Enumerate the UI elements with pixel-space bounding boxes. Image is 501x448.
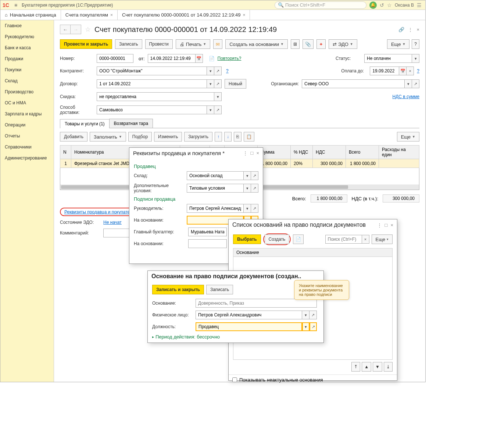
delivery-select[interactable]	[97, 105, 207, 114]
subtab-goods[interactable]: Товары и услуги (1)	[60, 119, 110, 128]
open-icon[interactable]: ↗	[214, 79, 222, 88]
save-close-button[interactable]: Записать и закрыть	[152, 285, 204, 294]
clear-icon[interactable]: ×	[407, 67, 414, 75]
robot-button[interactable]: ✦	[316, 39, 326, 49]
select-button[interactable]: Подбор	[128, 132, 152, 141]
new-contract-button[interactable]: Новый	[225, 79, 246, 89]
goto-end-button[interactable]: ⤓	[384, 362, 393, 372]
dropdown-icon[interactable]: ▾	[244, 204, 251, 213]
tab-invoice-detail[interactable]: Счет покупателю 0000-000001 от 14.09.202…	[118, 10, 250, 20]
dropdown-icon[interactable]: ▾	[207, 105, 214, 114]
list-column-header[interactable]: Основание	[233, 248, 393, 257]
maximize-icon[interactable]: □	[251, 150, 254, 156]
requisites-link[interactable]: Реквизиты продавца и покупателя	[64, 209, 135, 215]
calendar-icon[interactable]: 📅	[196, 54, 203, 63]
dropdown-icon[interactable]: ▾	[302, 311, 309, 319]
paste-button[interactable]: 📋	[244, 132, 254, 141]
col-vat[interactable]: НДС	[313, 146, 346, 159]
subtab-returnable[interactable]: Возвратная тара	[109, 119, 153, 128]
history-icon[interactable]: ↺	[380, 2, 384, 8]
sidebar-item-purchases[interactable]: Покупки	[0, 64, 54, 75]
date-input[interactable]	[148, 54, 196, 63]
sidebar-item-operations[interactable]: Операции	[0, 119, 54, 130]
open-icon[interactable]: ↗	[309, 311, 317, 319]
show-inactive-checkbox[interactable]	[232, 377, 237, 382]
list-search-input[interactable]	[325, 235, 362, 244]
post-button[interactable]: Провести	[145, 39, 173, 49]
open-icon[interactable]: ↗	[251, 171, 258, 180]
goto-start-button[interactable]: ⤒	[351, 362, 360, 372]
sidebar-item-reports[interactable]: Отчеты	[0, 130, 54, 141]
hamburger-icon[interactable]: ≡	[11, 2, 20, 8]
more-icon[interactable]: ⋮	[377, 222, 382, 228]
status-select[interactable]	[364, 54, 412, 63]
scroll-up-button[interactable]: ▲	[362, 362, 371, 372]
dropdown-icon[interactable]: ▾	[412, 54, 419, 63]
more-button[interactable]: Еще ▼	[387, 39, 409, 49]
repeat-icon[interactable]: 📄	[209, 56, 215, 61]
extra-input[interactable]	[187, 184, 244, 193]
star-icon[interactable]: ☆	[387, 2, 392, 8]
open-icon[interactable]: ↗	[309, 322, 317, 331]
sidebar-item-salary[interactable]: Зарплата и кадры	[0, 108, 54, 119]
nav-forward-button[interactable]: →	[71, 25, 81, 34]
more-icon[interactable]: ⋮	[243, 150, 248, 156]
close-icon[interactable]: ×	[416, 27, 419, 32]
attach-button[interactable]: 📎	[303, 39, 314, 49]
sidebar-item-warehouse[interactable]: Склад	[0, 75, 54, 86]
number-input[interactable]	[97, 54, 133, 63]
col-n[interactable]: N	[60, 146, 71, 159]
dropdown-icon[interactable]: ▾	[207, 79, 214, 88]
discount-select[interactable]	[97, 92, 214, 101]
load-button[interactable]: Загрузить	[184, 132, 212, 141]
list-more-button[interactable]: Еще ▾	[372, 234, 393, 244]
fill-button[interactable]: Заполнить ▼	[90, 132, 126, 141]
help-link[interactable]: ?	[226, 68, 229, 74]
move-up-button[interactable]: ↑	[215, 132, 222, 141]
dropdown-icon[interactable]: ▾	[302, 322, 309, 331]
warehouse-input[interactable]	[187, 171, 244, 180]
clear-icon[interactable]: ×	[362, 235, 369, 244]
calendar-icon[interactable]: 📅	[399, 67, 407, 75]
choose-button[interactable]: Выбрать	[233, 234, 261, 244]
open-icon[interactable]: ↗	[412, 79, 419, 88]
print-button[interactable]: 🖨 Печать ▼	[176, 39, 211, 49]
global-search-input[interactable]: 🔍Поиск Ctrl+Shift+F	[275, 1, 366, 9]
org-input[interactable]	[302, 79, 405, 88]
open-icon[interactable]: ↗	[251, 204, 258, 213]
col-total[interactable]: Всего	[346, 146, 379, 159]
help-link[interactable]: ?	[417, 68, 419, 74]
open-icon[interactable]: ↗	[214, 105, 222, 114]
menu-bars-icon[interactable]: ☰	[417, 2, 422, 8]
edo-button[interactable]: ⇄ ЭДО ▼	[329, 39, 357, 49]
user-name[interactable]: Оксана В	[395, 3, 414, 8]
scroll-down-button[interactable]: ▼	[373, 362, 382, 372]
link-icon[interactable]: 🔗	[398, 27, 404, 32]
table-more-button[interactable]: Еще ▼	[397, 132, 419, 141]
change-button[interactable]: Изменить	[154, 132, 182, 141]
repeat-link[interactable]: Повторять?	[218, 56, 241, 61]
acc-input[interactable]	[188, 227, 227, 236]
copy-button[interactable]: ⎘	[234, 132, 241, 141]
contract-input[interactable]	[97, 79, 207, 88]
add-row-button[interactable]: Добавить	[60, 132, 87, 141]
col-vatp[interactable]: % НДС	[291, 146, 313, 159]
open-icon[interactable]: ↗	[214, 67, 222, 75]
head-input[interactable]	[187, 204, 244, 213]
copy-button[interactable]: 📄	[293, 234, 304, 244]
basis-input[interactable]	[196, 299, 317, 308]
move-down-button[interactable]: ↓	[224, 132, 232, 141]
post-and-close-button[interactable]: Провести и закрыть	[60, 39, 112, 49]
help-button[interactable]: ?	[412, 39, 419, 49]
sidebar-item-main[interactable]: Главное	[0, 20, 54, 31]
sidebar-item-sales[interactable]: Продажи	[0, 53, 54, 64]
save-button[interactable]: Записать	[206, 285, 233, 294]
sidebar-item-references[interactable]: Справочники	[0, 141, 54, 153]
close-icon[interactable]: ×	[243, 12, 245, 18]
dropdown-icon[interactable]: ▾	[207, 67, 214, 75]
close-icon[interactable]: ×	[110, 12, 113, 18]
structure-button[interactable]: ⊞	[291, 39, 300, 49]
sidebar-item-bank[interactable]: Банк и касса	[0, 42, 54, 53]
close-icon[interactable]: ×	[390, 222, 393, 228]
dropdown-icon[interactable]: ▾	[405, 79, 412, 88]
